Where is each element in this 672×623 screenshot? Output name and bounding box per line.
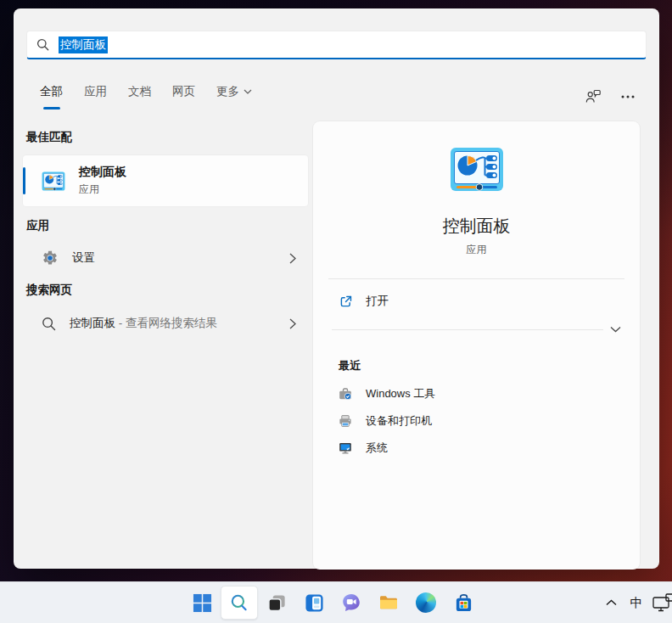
store-icon	[454, 593, 473, 613]
taskbar-app-buttons	[183, 586, 482, 620]
chevron-right-icon[interactable]	[289, 253, 296, 264]
chat-icon	[341, 592, 361, 613]
search-header-actions	[585, 89, 635, 104]
widgets-icon	[305, 593, 324, 613]
feedback-account-icon[interactable]	[585, 89, 601, 104]
best-match-title: 控制面板	[79, 165, 126, 180]
settings-gear-icon	[42, 250, 59, 267]
search-icon	[230, 593, 249, 612]
web-search-query: 控制面板	[70, 317, 115, 329]
preview-app-title: 控制面板	[313, 215, 640, 238]
app-result-settings[interactable]: 设置	[23, 243, 308, 273]
open-external-icon	[339, 295, 353, 309]
collapse-actions-button[interactable]	[607, 323, 624, 336]
search-flyout-panel: 控制面板 全部 应用 文档 网页 更多 最佳匹配	[14, 8, 659, 569]
web-search-section-header: 搜索网页	[26, 283, 72, 298]
open-action-label: 打开	[366, 294, 389, 309]
search-icon	[36, 38, 49, 51]
recent-item-windows-tools[interactable]: Windows 工具	[339, 384, 435, 403]
start-button[interactable]	[183, 586, 221, 620]
control-panel-icon	[450, 147, 504, 192]
desktop: { "search_box": { "query": "控制面板" }, "ta…	[0, 0, 672, 623]
recent-item-label: 系统	[366, 441, 388, 456]
recent-item-label: Windows 工具	[366, 386, 435, 401]
tab-documents[interactable]: 文档	[128, 84, 151, 110]
apps-section-header: 应用	[26, 218, 49, 233]
taskbar: 中	[0, 581, 672, 623]
edge-icon	[416, 592, 436, 613]
windows-logo-icon	[193, 593, 212, 613]
windows-tools-icon	[339, 387, 352, 401]
best-match-header: 最佳匹配	[26, 130, 72, 145]
tab-more[interactable]: 更多	[216, 84, 252, 110]
chat-button[interactable]	[333, 586, 370, 620]
display-tray-button[interactable]	[652, 586, 672, 620]
tab-web[interactable]: 网页	[172, 84, 195, 110]
search-input[interactable]: 控制面板	[26, 31, 647, 59]
control-panel-icon	[42, 171, 65, 191]
tab-all[interactable]: 全部	[40, 84, 63, 110]
divider	[332, 329, 603, 330]
ime-indicator[interactable]: 中	[626, 586, 647, 620]
monitor-tray-icon	[652, 593, 672, 612]
recent-item-label: 设备和打印机	[366, 413, 432, 429]
folder-icon	[378, 592, 399, 613]
search-query-selected-text[interactable]: 控制面板	[59, 36, 108, 53]
preview-app-type: 应用	[313, 243, 640, 257]
task-view-button[interactable]	[258, 586, 295, 620]
result-preview-pane: 控制面板 应用 打开 最近	[313, 121, 640, 570]
chevron-up-icon	[606, 599, 617, 606]
devices-printers-icon	[339, 414, 352, 428]
edge-button[interactable]	[407, 586, 445, 620]
more-options-icon[interactable]	[621, 95, 635, 98]
best-match-result-control-panel[interactable]: 控制面板 应用	[23, 155, 308, 206]
widgets-button[interactable]	[295, 586, 333, 620]
chevron-right-icon[interactable]	[289, 318, 296, 329]
open-action[interactable]: 打开	[339, 292, 389, 311]
recent-header: 最近	[339, 358, 361, 373]
best-match-subtitle: 应用	[79, 182, 126, 197]
app-result-label: 设置	[72, 250, 289, 266]
divider	[328, 278, 624, 279]
chevron-down-icon	[244, 89, 252, 94]
recent-item-system[interactable]: 系统	[339, 439, 388, 457]
file-explorer-button[interactable]	[370, 586, 407, 620]
tab-apps[interactable]: 应用	[84, 84, 107, 110]
task-view-icon	[267, 593, 287, 613]
store-button[interactable]	[445, 586, 482, 620]
search-taskbar-button[interactable]	[221, 586, 258, 620]
system-monitor-icon	[339, 441, 352, 455]
search-icon	[42, 317, 56, 331]
recent-item-devices-printers[interactable]: 设备和打印机	[339, 412, 432, 430]
web-search-hint: - 查看网络搜索结果	[119, 317, 217, 329]
show-hidden-icons-button[interactable]	[599, 586, 623, 620]
web-search-result[interactable]: 控制面板 - 查看网络搜索结果	[23, 308, 308, 339]
search-filter-tabs: 全部 应用 文档 网页 更多	[40, 84, 252, 110]
